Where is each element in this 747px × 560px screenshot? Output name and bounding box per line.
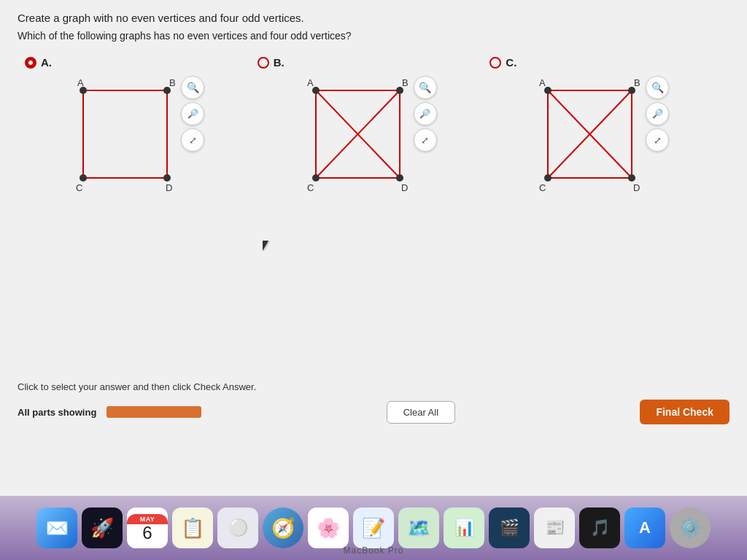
option-b-letter: B. bbox=[274, 56, 285, 69]
dock-music[interactable]: 🎵 bbox=[579, 508, 620, 548]
option-b-svg: A B C D bbox=[258, 76, 411, 203]
option-c-label-row[interactable]: C. bbox=[489, 56, 516, 69]
svg-text:A: A bbox=[77, 77, 84, 88]
svg-text:D: D bbox=[166, 182, 172, 193]
all-parts-label: All parts showing bbox=[18, 407, 96, 418]
svg-text:B: B bbox=[402, 77, 409, 88]
dock-numbers[interactable]: 📊 bbox=[444, 508, 484, 548]
question-text: Which of the following graphs has no eve… bbox=[18, 30, 729, 42]
option-a-external[interactable]: ⤢ bbox=[181, 128, 204, 152]
dock-photos[interactable]: 🌸 bbox=[308, 508, 349, 548]
option-c-zoom-buttons: 🔍 🔎 ⤢ bbox=[646, 76, 669, 152]
option-a-zoom-in[interactable]: 🔍 bbox=[181, 76, 204, 99]
svg-text:B: B bbox=[634, 77, 640, 88]
option-c-block: C. bbox=[489, 56, 722, 206]
option-a-svg-wrap: A B C D bbox=[25, 76, 178, 203]
option-a-label-row[interactable]: A. bbox=[25, 56, 52, 69]
option-c-external[interactable]: ⤢ bbox=[646, 128, 669, 152]
dock-pages[interactable]: 📝 bbox=[353, 508, 394, 548]
dock-launchpad[interactable]: 🚀 bbox=[82, 508, 123, 548]
svg-point-21 bbox=[396, 174, 403, 182]
svg-point-6 bbox=[80, 174, 87, 182]
option-a-block: A. bbox=[25, 56, 258, 203]
option-b-radio[interactable] bbox=[258, 57, 269, 69]
question-title: Create a graph with no even vertices and… bbox=[18, 12, 729, 24]
dock-maps[interactable]: 🗺️ bbox=[398, 508, 439, 548]
option-b-block: B. bbox=[258, 56, 490, 206]
dock-appstore[interactable]: A bbox=[624, 508, 665, 548]
bottom-bar: Click to select your answer and then cli… bbox=[0, 374, 747, 432]
progress-bar bbox=[107, 406, 201, 418]
options-row: A. bbox=[18, 56, 729, 206]
svg-point-35 bbox=[628, 174, 635, 182]
option-b-zoom-buttons: 🔍 🔎 ⤢ bbox=[414, 76, 437, 152]
svg-text:A: A bbox=[539, 77, 546, 88]
option-a-letter: A. bbox=[41, 56, 52, 69]
dock-safari[interactable]: 🧭 bbox=[263, 508, 303, 548]
macbook-label: MacBook Pro bbox=[343, 545, 403, 556]
svg-text:C: C bbox=[539, 182, 546, 193]
bottom-controls: All parts showing Clear All Final Check bbox=[18, 400, 729, 424]
question-area: Create a graph with no even vertices and… bbox=[0, 0, 747, 206]
dock-keynote[interactable]: 🎬 bbox=[489, 508, 530, 548]
option-a-svg: A B C D bbox=[25, 76, 178, 200]
main-content: Create a graph with no even vertices and… bbox=[0, 0, 747, 496]
dock-mail[interactable]: ✉️ bbox=[36, 508, 77, 548]
option-b-svg-wrap: A B C D bbox=[258, 76, 411, 206]
cursor bbox=[263, 241, 273, 255]
option-c-zoom-out[interactable]: 🔎 bbox=[646, 102, 669, 125]
option-a-radio[interactable] bbox=[25, 57, 36, 69]
option-a-zoom-out[interactable]: 🔎 bbox=[181, 102, 204, 125]
svg-point-20 bbox=[312, 174, 320, 182]
svg-text:B: B bbox=[169, 77, 176, 88]
option-b-graph-container: A B C D 🔍 🔎 ⤢ bbox=[258, 76, 437, 206]
final-check-button[interactable]: Final Check bbox=[640, 400, 729, 424]
option-b-zoom-in[interactable]: 🔍 bbox=[414, 76, 437, 99]
clear-all-button[interactable]: Clear All bbox=[387, 401, 455, 424]
dock-calendar[interactable]: MAY 6 bbox=[127, 508, 168, 548]
left-controls: All parts showing bbox=[18, 406, 201, 418]
dock-settings[interactable]: ⚙️ bbox=[670, 508, 711, 548]
option-c-svg: A B C D bbox=[489, 76, 643, 203]
option-b-zoom-out[interactable]: 🔎 bbox=[414, 102, 437, 125]
svg-point-7 bbox=[163, 174, 171, 182]
option-a-graph-container: A B C D 🔍 🔎 ⤢ bbox=[25, 76, 204, 203]
dock-notes[interactable]: 📋 bbox=[172, 508, 213, 548]
option-b-label-row[interactable]: B. bbox=[258, 56, 285, 69]
svg-text:D: D bbox=[633, 182, 640, 193]
option-c-graph-container: A B C D 🔍 🔎 ⤢ bbox=[489, 76, 669, 206]
svg-text:D: D bbox=[401, 182, 408, 193]
svg-point-34 bbox=[544, 174, 551, 182]
instruction-text: Click to select your answer and then cli… bbox=[18, 381, 729, 392]
svg-text:A: A bbox=[307, 77, 314, 88]
svg-text:C: C bbox=[307, 182, 314, 193]
option-c-radio[interactable] bbox=[489, 57, 501, 69]
option-c-zoom-in[interactable]: 🔍 bbox=[646, 76, 669, 99]
option-a-zoom-buttons: 🔍 🔎 ⤢ bbox=[181, 76, 204, 152]
dock-reminders[interactable]: ⚪ bbox=[217, 508, 258, 548]
option-b-external[interactable]: ⤢ bbox=[414, 128, 437, 152]
calendar-day: 6 bbox=[142, 524, 152, 542]
svg-text:C: C bbox=[76, 182, 82, 193]
option-c-svg-wrap: A B C D bbox=[489, 76, 643, 206]
option-c-letter: C. bbox=[506, 56, 516, 69]
dock-news[interactable]: 📰 bbox=[534, 508, 575, 548]
